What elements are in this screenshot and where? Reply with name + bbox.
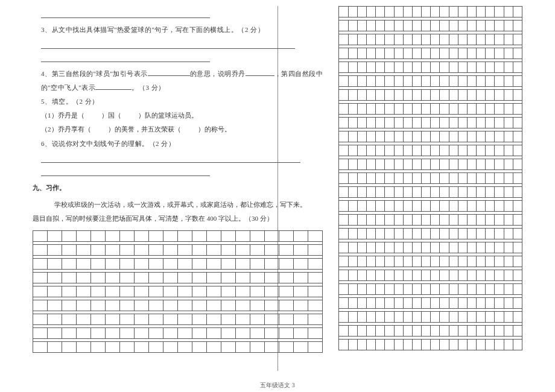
- q4-mid2: ，第四自然段中: [274, 70, 323, 77]
- page-footer: 五年级语文 3: [0, 381, 555, 390]
- two-column-layout: 3、从文中找出具体描写"热爱篮球的"句子，写在下面的横线上。（2 分） 4、第三…: [12, 6, 543, 371]
- section-9-title: 九、习作。: [33, 181, 323, 194]
- essay-prompt-line1: 学校或班级的一次活动，或一次游戏，或开幕式，或家庭活动，都让你难忘，写下来。: [41, 198, 323, 212]
- question-4-line1: 4、第三自然段的"球员"加引号表示的意思，说明乔丹，第四自然段中: [41, 67, 323, 81]
- question-3: 3、从文中找出具体描写"热爱篮球的"句子，写在下面的横线上。（2 分）: [41, 23, 323, 37]
- q4-mid1: 的意思，说明乔丹: [190, 70, 246, 77]
- essay-prompt-line2: 题目自拟，写的时候要注意把场面写具体，写清楚，字数在 400 字以上。（30 分…: [33, 212, 323, 226]
- writing-grid-left[interactable]: [33, 230, 323, 353]
- blank[interactable]: [246, 69, 274, 76]
- question-5-1: （1）乔丹是（）国（）队的篮球运动员。: [41, 109, 323, 122]
- question-5: 5、填空。（2 分）: [41, 95, 323, 109]
- question-4-line2: 的"空中飞人"表示。（3 分）: [41, 81, 323, 95]
- writing-grid-right[interactable]: [338, 6, 522, 350]
- q4-prefix2: 的"空中飞人"表示: [41, 84, 95, 91]
- q5-1a: （1）乔丹是（: [41, 112, 84, 119]
- q4-suffix: 。（3 分）: [132, 84, 165, 91]
- worksheet-page: 3、从文中找出具体描写"热爱篮球的"句子，写在下面的横线上。（2 分） 4、第三…: [0, 0, 555, 392]
- q5-1c: ）队的篮球运动员。: [138, 112, 198, 119]
- blank[interactable]: [148, 69, 190, 76]
- left-column: 3、从文中找出具体描写"热爱篮球的"句子，写在下面的横线上。（2 分） 4、第三…: [12, 6, 325, 371]
- answer-line[interactable]: [41, 40, 295, 49]
- q5-2b: ）的美誉，并五次荣获（: [108, 125, 181, 133]
- question-5-2: （2）乔丹享有（）的美誉，并五次荣获（）的称号。: [41, 122, 323, 136]
- answer-line[interactable]: [41, 168, 210, 176]
- answer-line[interactable]: [41, 10, 210, 18]
- q5-2c: ）的称号。: [198, 125, 231, 133]
- q4-prefix: 4、第三自然段的"球员"加引号表示: [41, 70, 148, 77]
- blank[interactable]: [95, 83, 132, 90]
- right-column: [336, 6, 543, 371]
- q5-1b: ）国（: [101, 112, 121, 119]
- q5-2a: （2）乔丹享有（: [41, 125, 91, 133]
- answer-line[interactable]: [41, 154, 300, 163]
- question-6: 6、说说你对文中划线句子的理解。（2 分）: [41, 137, 323, 151]
- answer-line[interactable]: [41, 54, 210, 62]
